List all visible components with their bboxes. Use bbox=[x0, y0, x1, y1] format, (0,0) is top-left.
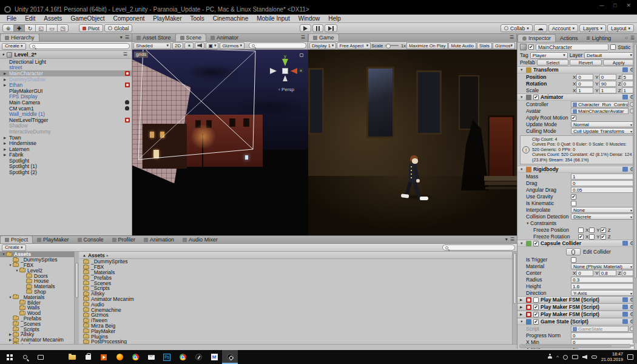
people-icon[interactable] bbox=[548, 356, 552, 359]
edge-icon[interactable] bbox=[49, 350, 64, 364]
value-field[interactable]: 1 bbox=[571, 174, 635, 180]
layout-dropdown[interactable]: Layout▾ bbox=[607, 24, 634, 32]
scene-search-input[interactable] bbox=[249, 42, 306, 49]
axis-checkbox[interactable] bbox=[589, 228, 595, 233]
maximize-on-play-toggle[interactable]: Maximize On Play bbox=[406, 42, 448, 49]
minimize-icon[interactable]: ─ bbox=[600, 2, 604, 8]
notifications-icon[interactable] bbox=[627, 354, 633, 360]
close-icon[interactable]: ✕ bbox=[626, 2, 631, 8]
tab-asset-store[interactable]: Asset Store bbox=[132, 34, 175, 41]
create-button[interactable]: Create▾ bbox=[2, 43, 26, 50]
collab-button[interactable]: Collab▾ bbox=[500, 24, 533, 32]
tab-inspector[interactable]: Inspector bbox=[517, 34, 556, 42]
hierarchy-item[interactable]: ▶Ethan bbox=[0, 82, 132, 88]
component-header[interactable]: ▼✔Game State (Script)⚙ bbox=[517, 318, 637, 325]
account-dropdown[interactable]: Account▾ bbox=[548, 24, 578, 32]
hierarchy-item[interactable]: FPS Display bbox=[0, 94, 132, 100]
list-scrollbar[interactable] bbox=[512, 252, 517, 344]
lock-icon[interactable]: ▾ bbox=[505, 236, 508, 243]
tab-animation[interactable]: Animation bbox=[140, 236, 178, 243]
tab-audio-mixer[interactable]: Audio Mixer bbox=[178, 236, 222, 243]
value-field[interactable]: 1.6 bbox=[571, 283, 635, 289]
asset-list-item[interactable]: _Scripts bbox=[79, 286, 512, 291]
axis-checkbox[interactable]: ✔ bbox=[578, 234, 584, 240]
panel-menu-icon[interactable]: ☰ bbox=[125, 34, 129, 41]
value-field[interactable]: 0 bbox=[576, 81, 593, 87]
value-field[interactable]: 0.05 bbox=[571, 187, 635, 193]
prefab-apply-button[interactable]: Apply bbox=[603, 59, 635, 66]
display-dropdown[interactable]: Display 1▾ bbox=[309, 42, 336, 49]
asset-list-item[interactable]: PlayMaker bbox=[79, 328, 512, 334]
gizmo-center-cube[interactable] bbox=[282, 68, 288, 74]
asset-list-item[interactable]: PostProcessing bbox=[79, 339, 512, 344]
aspect-dropdown[interactable]: Free Aspect▾ bbox=[337, 42, 371, 49]
scene-menu-icon[interactable]: ☰ bbox=[123, 51, 127, 58]
component-enabled-checkbox[interactable]: ✔ bbox=[533, 319, 539, 325]
mail-icon[interactable] bbox=[143, 350, 159, 364]
step-button[interactable] bbox=[325, 24, 337, 32]
reference-icon[interactable] bbox=[622, 305, 628, 309]
lighting-toggle[interactable]: ☀ bbox=[184, 42, 194, 49]
asset-list-item[interactable]: Mirza Beig bbox=[79, 323, 512, 329]
value-field[interactable]: 0 bbox=[599, 74, 616, 80]
hierarchy-item[interactable]: CM vcam1 bbox=[0, 106, 132, 112]
scene-gizmo[interactable]: y x ‹ Persp bbox=[269, 53, 303, 92]
dark-app-icon[interactable] bbox=[190, 350, 206, 364]
reference-icon[interactable] bbox=[622, 241, 628, 246]
dropdown[interactable]: Y-Axis▾ bbox=[571, 290, 635, 296]
hand-tool-icon[interactable]: ⊕ bbox=[2, 24, 14, 32]
expand-arrow-icon[interactable]: ▶ bbox=[4, 141, 9, 145]
collapse-icon[interactable]: ▲ bbox=[83, 254, 86, 257]
hierarchy-item[interactable]: Wall_middle (1) bbox=[0, 111, 132, 117]
usb-icon[interactable] bbox=[592, 356, 597, 359]
expand-arrow-icon[interactable]: ▼ bbox=[15, 269, 19, 272]
expand-arrow-icon[interactable]: ▶ bbox=[4, 153, 9, 157]
perspective-toggle[interactable]: ‹ Persp bbox=[269, 87, 303, 92]
panel-menu-icon[interactable]: ☰ bbox=[510, 236, 514, 243]
inspector-scrollbar[interactable] bbox=[633, 42, 637, 343]
rect-tool-icon[interactable]: ▭ bbox=[46, 24, 58, 32]
firefox-icon[interactable] bbox=[112, 350, 127, 364]
hierarchy-item[interactable]: ▶Town bbox=[0, 135, 132, 141]
reference-icon[interactable] bbox=[622, 319, 628, 324]
asset-list-item[interactable]: Plugins bbox=[79, 334, 512, 339]
reference-icon[interactable] bbox=[622, 95, 628, 99]
neg-x-axis-cone[interactable] bbox=[270, 68, 277, 74]
prefab-select-button[interactable]: Select bbox=[537, 59, 568, 66]
value-field[interactable]: 0 bbox=[571, 180, 635, 186]
menu-tools[interactable]: Tools bbox=[186, 15, 208, 22]
tree-scrollbar[interactable] bbox=[74, 252, 79, 344]
hierarchy-item[interactable]: ▶Hindernisse bbox=[0, 140, 132, 146]
gameobject-name-field[interactable]: MainCharacter bbox=[536, 44, 608, 50]
foldout-arrow-icon[interactable]: ▶ bbox=[520, 305, 524, 309]
pause-button[interactable] bbox=[312, 24, 323, 32]
value-field[interactable]: 0.8 bbox=[599, 270, 616, 276]
hierarchy-item[interactable]: Shadow bbox=[0, 123, 132, 129]
transform-tool-icon[interactable]: ◳ bbox=[57, 24, 69, 32]
tab-lighting[interactable]: ☰Lighting bbox=[582, 35, 616, 42]
axis-checkbox[interactable] bbox=[578, 228, 584, 233]
tray-app-icon[interactable] bbox=[563, 355, 568, 360]
effects-dropdown[interactable]: ▣▾ bbox=[206, 42, 218, 49]
game-gizmos-dropdown[interactable]: Gizmos▾ bbox=[493, 42, 515, 49]
asset-list-item[interactable]: Allsky bbox=[79, 291, 512, 297]
tab-game[interactable]: Game bbox=[308, 33, 339, 41]
edit-collider-button[interactable] bbox=[566, 248, 581, 255]
dropdown[interactable]: Normal▾ bbox=[571, 121, 635, 127]
cloud-button[interactable]: ☁ bbox=[534, 24, 547, 32]
property-checkbox[interactable] bbox=[571, 257, 576, 263]
foldout-arrow-icon[interactable]: ▼ bbox=[520, 68, 524, 72]
expand-arrow-icon[interactable]: ▼ bbox=[1, 252, 6, 256]
value-field[interactable]: 1 bbox=[599, 87, 616, 93]
tab-profiler[interactable]: Profiler bbox=[108, 236, 140, 243]
foldout-arrow-icon[interactable]: ▼ bbox=[2, 53, 5, 56]
expand-arrow-icon[interactable]: ▶ bbox=[4, 136, 9, 140]
reference-icon[interactable] bbox=[622, 312, 628, 317]
asset-list-item[interactable]: _Scenes bbox=[79, 280, 512, 286]
dropdown[interactable]: Cull Update Transforms▾ bbox=[571, 128, 635, 134]
hierarchy-item[interactable]: InteractiveDummy bbox=[0, 129, 132, 135]
component-enabled-checkbox[interactable] bbox=[533, 297, 539, 303]
component-header[interactable]: ▶✔Play Maker FSM (Script)⚙ bbox=[517, 311, 637, 318]
foldout-arrow-icon[interactable]: ▼ bbox=[520, 320, 524, 323]
foldout-arrow-icon[interactable]: ▼ bbox=[526, 221, 530, 225]
